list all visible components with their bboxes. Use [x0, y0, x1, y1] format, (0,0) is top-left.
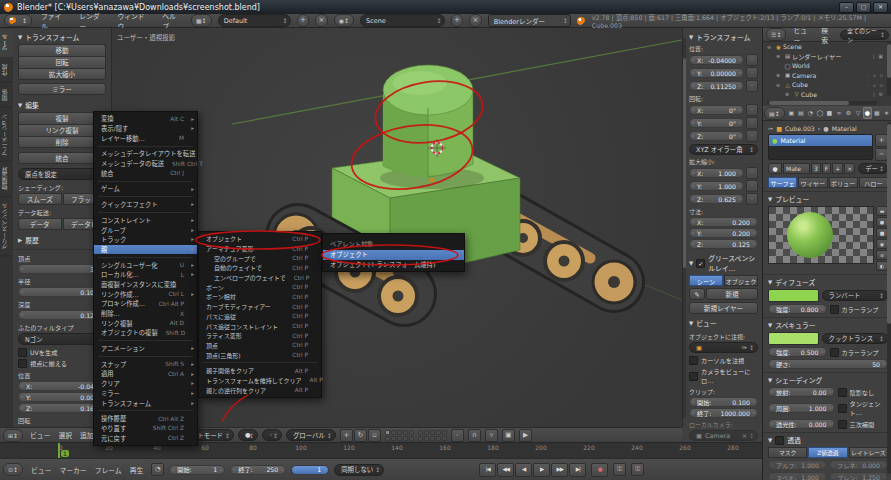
- transport-button[interactable]: ◀: [515, 463, 532, 477]
- maximize-button[interactable]: ▢: [856, 2, 871, 13]
- render-engine-selector[interactable]: Blenderレンダー: [488, 14, 571, 27]
- menu-item[interactable]: 削除…X: [94, 309, 197, 319]
- lock-icon[interactable]: ◦: [746, 180, 758, 192]
- opengl-render-anim-button[interactable]: ▶: [519, 429, 532, 442]
- menu-item[interactable]: メッシュデータレイアウトを転送: [94, 149, 197, 159]
- submenu-item[interactable]: 頂点(三角形)Ctrl P: [199, 350, 321, 360]
- outliner-row[interactable]: ⊕ ▣ Camera ◦ ▹ ▫: [763, 71, 891, 81]
- expand-icon[interactable]: ⊕: [785, 91, 792, 97]
- data-transfer-button[interactable]: データ: [18, 218, 62, 230]
- transport-button[interactable]: ▶▶: [551, 463, 568, 477]
- submenu-item[interactable]: 自動のウェイトでCtrl P: [199, 263, 321, 273]
- shading-value-field[interactable]: 放射:0.00: [768, 387, 835, 397]
- submenu-item[interactable]: 空のグループでCtrl P: [199, 253, 321, 263]
- menu-item[interactable]: ローカル化…L: [94, 270, 197, 280]
- menu-item[interactable]: メッシュデータの転送Shift Ctrl T: [94, 159, 197, 169]
- menu-item[interactable]: クイックエフェクト: [94, 200, 197, 210]
- timeline-menu[interactable]: 再生: [127, 465, 147, 475]
- lock-icon[interactable]: ◦: [746, 117, 758, 129]
- material-type-tab[interactable]: ハロー: [859, 177, 888, 188]
- menu-item[interactable]: クリア: [94, 379, 197, 389]
- np-transform-header[interactable]: ▼トランスフォーム: [689, 32, 758, 42]
- menu-item[interactable]: プロキシ作成…Ctrl Alt P: [94, 299, 197, 309]
- number-field[interactable]: Y:1.000: [689, 181, 744, 191]
- transparency-mode-tab[interactable]: マスク: [768, 447, 807, 458]
- number-field[interactable]: 終了:1000.000: [689, 408, 758, 418]
- lock-icon[interactable]: ◦: [746, 193, 758, 205]
- diffuse-panel-header[interactable]: ▼ディフューズ: [768, 277, 888, 287]
- transparency-panel-header[interactable]: ▼透過: [768, 435, 888, 445]
- submenu-item[interactable]: パス追従コンストレイントCtrl P: [199, 321, 321, 331]
- menu-item[interactable]: [98, 257, 193, 258]
- diffuse-color-swatch[interactable]: [768, 289, 819, 302]
- snap-magnet-button[interactable]: ∩: [468, 429, 481, 442]
- menu-item[interactable]: ゲーム: [94, 184, 197, 194]
- use-preview-range-toggle[interactable]: ◔: [151, 463, 164, 476]
- scene-add-button[interactable]: +: [451, 14, 464, 27]
- menu-item[interactable]: [98, 196, 193, 197]
- local-camera-field[interactable]: ▣Camera×: [689, 430, 758, 441]
- popup-item[interactable]: オブジェクト: [323, 250, 464, 260]
- toolshelf-tab[interactable]: 関係: [0, 83, 13, 108]
- gp-draw-icon-button[interactable]: ✎: [689, 288, 705, 300]
- specular-shader-dropdown[interactable]: クックトランス: [822, 333, 889, 344]
- opengl-render-button[interactable]: ▣: [502, 429, 515, 442]
- number-field[interactable]: Z:0.625: [689, 194, 744, 204]
- scene-tab[interactable]: ◔: [806, 107, 816, 119]
- fake-user-button[interactable]: F: [822, 163, 831, 174]
- menu-item[interactable]: 面複製インスタンスに変換: [94, 280, 197, 290]
- submenu-item[interactable]: ボーン相対Ctrl P: [199, 292, 321, 302]
- number-field[interactable]: Y:0°: [689, 118, 744, 128]
- toolshelf-tab[interactable]: 作成: [0, 58, 13, 83]
- lock-icon[interactable]: ◦: [746, 80, 758, 92]
- submenu-item[interactable]: カーブモディファイアーCtrl P: [199, 302, 321, 312]
- current-frame-field[interactable]: 1: [291, 465, 329, 475]
- menu-item[interactable]: ミラー: [94, 389, 197, 399]
- hardness-field[interactable]: 硬さ:50: [768, 359, 888, 369]
- transport-button[interactable]: |◀: [479, 463, 496, 477]
- specular-color-swatch[interactable]: [768, 332, 819, 345]
- shading-dropdown[interactable]: ●: [238, 429, 258, 441]
- frame-end-field[interactable]: 終了:250: [230, 465, 286, 475]
- material-type-tab[interactable]: ボリュー: [829, 177, 858, 188]
- popup-item[interactable]: オブジェクト(トランスフォーム維持): [323, 260, 464, 270]
- menu-item[interactable]: [98, 146, 193, 147]
- submenu-item[interactable]: 親子関係をクリアAlt P: [199, 366, 321, 376]
- edit-panel-header[interactable]: ▼編集: [18, 100, 106, 110]
- menu-item[interactable]: グループ: [94, 225, 197, 235]
- gp-tab[interactable]: オブジェクト: [724, 275, 758, 286]
- submenu-item[interactable]: 頂点Ctrl P: [199, 341, 321, 351]
- expand-icon[interactable]: ⊕: [776, 72, 783, 78]
- transform-button[interactable]: 回転: [18, 56, 106, 68]
- number-field[interactable]: X:0.200: [689, 217, 758, 227]
- snap-element-dropdown[interactable]: ▿: [485, 429, 498, 442]
- number-field[interactable]: Z:0.11250: [689, 81, 744, 91]
- outliner-row[interactable]: ⊕ ▤ レンダーレイヤー | ▣: [763, 52, 891, 62]
- menu-item[interactable]: 適用Ctrl A: [94, 369, 197, 379]
- menu-item[interactable]: コンストレイント: [94, 216, 197, 226]
- view3d-menu[interactable]: ビュー: [27, 430, 53, 440]
- toolshelf-tab[interactable]: アニメーション: [0, 108, 13, 162]
- transform-button[interactable]: 拡大縮小: [18, 68, 106, 80]
- preview-panel-header[interactable]: ▼プレビュー: [768, 194, 888, 204]
- number-field[interactable]: X:-0.04000: [689, 55, 744, 65]
- menu-item[interactable]: 変換Alt C: [94, 114, 197, 124]
- rotation-mode-dropdown[interactable]: XYZ オイラー角: [689, 144, 758, 155]
- world-tab[interactable]: ◯: [815, 107, 825, 119]
- material-type-tab[interactable]: サーフェ: [768, 177, 797, 188]
- diffuse-shader-dropdown[interactable]: ランバート: [822, 290, 889, 301]
- specular-panel-header[interactable]: ▼スペキュラー: [768, 320, 888, 330]
- submenu-item[interactable]: ラティス変形Ctrl P: [199, 331, 321, 341]
- transport-button[interactable]: ◀◀: [497, 463, 514, 477]
- render-layers-tab[interactable]: ▤: [796, 107, 806, 119]
- outliner-menu-search[interactable]: 検索: [818, 28, 836, 45]
- new-material-button[interactable]: +: [832, 163, 843, 174]
- expand-icon[interactable]: ⊖: [767, 44, 774, 50]
- unlink-button[interactable]: ×: [844, 163, 855, 174]
- expand-icon[interactable]: ⊖: [776, 82, 783, 88]
- av-sync-dropdown[interactable]: 同期しない: [334, 464, 384, 476]
- menu-item[interactable]: トラック: [94, 235, 197, 245]
- manipulator-rotate-button[interactable]: ↻: [354, 429, 367, 442]
- scene-selector[interactable]: Scene: [360, 14, 445, 27]
- menu-item[interactable]: 元に戻すCtrl Z: [94, 433, 197, 443]
